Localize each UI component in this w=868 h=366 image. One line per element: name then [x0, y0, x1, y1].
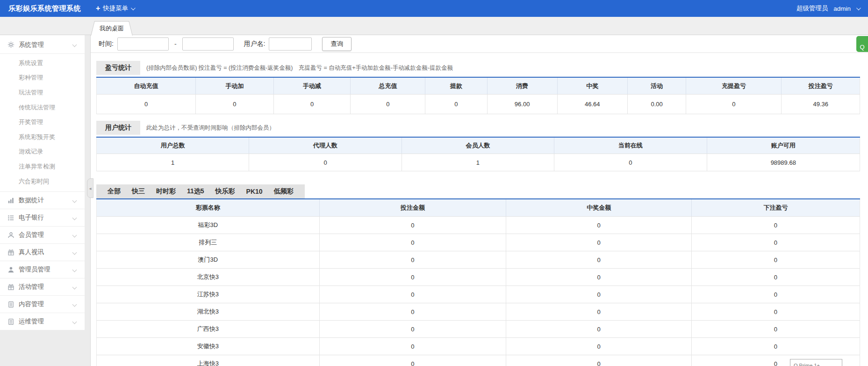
sidebar-collapse-handle[interactable]: ◂	[87, 178, 93, 198]
table-row: 福彩3D 0 0 0	[96, 217, 860, 234]
sidebar-item-mark6-time[interactable]: 六合彩时间	[0, 174, 85, 189]
column-header: 自动充值	[97, 78, 196, 94]
column-header: 投注盈亏	[782, 78, 859, 94]
sidebar-item-traditional-play[interactable]: 传统玩法管理	[0, 100, 85, 115]
admin-user-icon	[7, 266, 14, 273]
profit-section-note: (排除内部会员数据) 投注盈亏 = (投注消费金额-返奖金额) 充提盈亏 = 自…	[146, 64, 453, 72]
sidebar-item-label: 活动管理	[19, 283, 44, 291]
sidebar-item-member-manage[interactable]: 会员管理	[0, 226, 85, 243]
time-to-input[interactable]	[182, 37, 234, 51]
username-label: 用户名:	[244, 40, 265, 48]
column-header: 当前在线	[554, 138, 707, 154]
tab-dipincai[interactable]: 低频彩	[268, 187, 299, 196]
username-input[interactable]	[269, 37, 312, 51]
chevron-down-icon	[72, 319, 77, 324]
query-button[interactable]: 查询	[322, 37, 352, 51]
sidebar-item-label: 数据统计	[19, 196, 44, 205]
sidebar-item-label: 系统管理	[19, 41, 44, 49]
lottery-name: 江苏快3	[97, 286, 320, 303]
sidebar-item-ops-manage[interactable]: 运维管理	[0, 313, 85, 330]
value-cell: 0	[320, 355, 507, 366]
sidebar-item-label: 电子银行	[19, 213, 44, 222]
sidebar-item-play-manage[interactable]: 玩法管理	[0, 85, 85, 100]
user-section-header: 用户统计 此处为总计，不受查询时间影响（排除内部会员）	[96, 121, 860, 135]
gear-icon	[7, 41, 14, 48]
value-cell: 0	[320, 251, 507, 268]
username: admin	[833, 5, 851, 12]
sidebar-item-e-bank[interactable]: 电子银行	[0, 209, 85, 226]
sidebar-item-game-records[interactable]: 游戏记录	[0, 145, 85, 160]
sidebar-item-system-settings[interactable]: 系统设置	[0, 56, 85, 71]
user-section-note: 此处为总计，不受查询时间影响（排除内部会员）	[146, 124, 275, 132]
column-header: 手动减	[274, 78, 351, 94]
column-header: 账户可用	[707, 138, 860, 154]
tab-11xuan5[interactable]: 11选5	[181, 187, 210, 196]
sidebar-item-label: 管理员管理	[19, 265, 50, 274]
chevron-down-icon	[72, 215, 77, 220]
sidebar-item-abnormal-bets[interactable]: 注单异常检测	[0, 159, 85, 174]
value-cell: 96.00	[488, 95, 558, 114]
profit-section-title: 盈亏统计	[96, 61, 140, 75]
value-cell: 0	[692, 303, 860, 320]
column-header: 下注盈亏	[692, 199, 860, 216]
app-title: 乐彩娱乐系统管理系统	[8, 4, 81, 13]
profit-table-value-row: 0 0 0 0 0 96.00 46.64 0.00 0 49.36	[96, 95, 860, 114]
value-cell: 1	[402, 154, 554, 171]
chevron-down-icon	[72, 302, 77, 307]
sidebar-item-pre-draw[interactable]: 系统彩预开奖	[0, 130, 85, 145]
sidebar-item-live-video[interactable]: 真人视讯	[0, 243, 85, 261]
lottery-name: 湖北快3	[97, 303, 320, 320]
lottery-name: 排列三	[97, 234, 320, 251]
value-cell: 0	[425, 95, 487, 114]
value-cell: 0	[692, 234, 860, 251]
document-icon	[7, 318, 14, 325]
value-cell: 0	[320, 217, 507, 234]
value-cell: 1	[97, 154, 249, 171]
user-table-header-row: 用户总数 代理人数 会员人数 当前在线 账户可用	[96, 138, 860, 154]
search-bar: 时间: - 用户名: 查询	[91, 35, 868, 53]
sidebar-item-activity-manage[interactable]: 活动管理	[0, 278, 85, 295]
tab-shishicai[interactable]: 时时彩	[151, 187, 181, 196]
column-header: 彩票名称	[97, 199, 320, 216]
lottery-name: 北京快3	[97, 269, 320, 285]
sidebar-item-lottery-type[interactable]: 彩种管理	[0, 71, 85, 86]
value-cell: 0	[554, 154, 707, 171]
sidebar-item-system-manage[interactable]: 系统管理	[0, 36, 85, 53]
lottery-table: 彩票名称 投注金额 中奖金额 下注盈亏 福彩3D 0 0 0 排列三 0 0 0	[96, 199, 860, 366]
column-header: 充提盈亏	[686, 78, 782, 94]
sidebar-item-content-manage[interactable]: 内容管理	[0, 295, 85, 313]
quick-menu-label: 快捷菜单	[103, 4, 128, 13]
sidebar-item-draw-manage[interactable]: 开奖管理	[0, 115, 85, 130]
value-cell: 0	[506, 321, 692, 337]
time-label: 时间:	[99, 40, 114, 48]
tab-my-desktop[interactable]: 我的桌面	[97, 21, 127, 36]
tab-pk10[interactable]: PK10	[241, 188, 268, 195]
sidebar-item-admin-manage[interactable]: 管理员管理	[0, 261, 85, 278]
desktop-tabstrip: 我的桌面	[0, 17, 868, 35]
chevron-down-icon	[131, 6, 136, 10]
service-button[interactable]: Q	[856, 36, 868, 52]
lottery-name: 广西快3	[97, 321, 320, 337]
column-header: 代理人数	[249, 138, 402, 154]
range-separator: -	[174, 40, 177, 48]
table-row: 排列三 0 0 0	[96, 234, 860, 251]
tab-kuaisan[interactable]: 快三	[126, 187, 151, 196]
value-cell: 0	[320, 286, 507, 303]
value-cell: 0	[506, 217, 692, 234]
quick-menu-button[interactable]: + 快捷菜单	[96, 4, 134, 13]
value-cell: 0	[97, 95, 196, 114]
sidebar-item-label: 真人视讯	[19, 248, 44, 256]
tab-all[interactable]: 全部	[102, 187, 126, 196]
lottery-name: 上海快3	[97, 355, 320, 366]
sidebar-item-data-stats[interactable]: 数据统计	[0, 191, 85, 209]
column-header: 手动加	[196, 78, 273, 94]
sidebar-item-label: 运维管理	[19, 317, 44, 326]
user-menu[interactable]: 超级管理员 admin	[796, 4, 860, 13]
tab-kuailecai[interactable]: 快乐彩	[210, 187, 241, 196]
column-header: 提款	[425, 78, 487, 94]
time-from-input[interactable]	[117, 37, 169, 51]
sidebar-item-label: 内容管理	[19, 300, 44, 308]
column-header: 投注金额	[320, 199, 507, 216]
value-cell: 0.00	[628, 95, 687, 114]
user-table-value-row: 1 0 1 0 98989.68	[96, 154, 860, 171]
